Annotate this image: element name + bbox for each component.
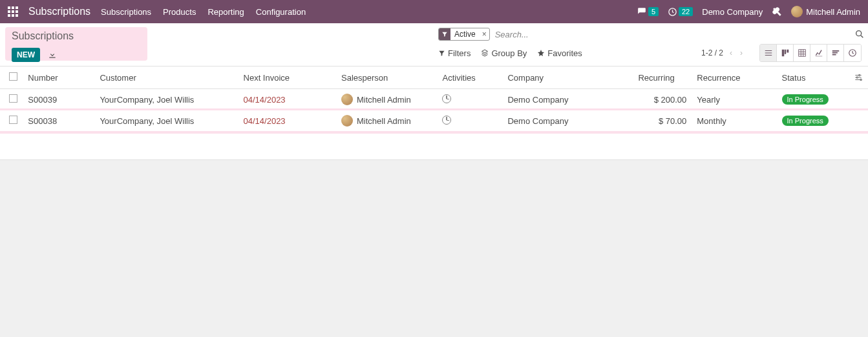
nav-products[interactable]: Products bbox=[163, 7, 196, 17]
pager: 1-2 / 2 ‹ › bbox=[701, 48, 744, 57]
sliders-icon bbox=[854, 73, 863, 82]
view-graph-icon[interactable] bbox=[810, 45, 827, 61]
user-menu[interactable]: Mitchell Admin bbox=[791, 6, 860, 17]
pager-next[interactable]: › bbox=[739, 48, 744, 57]
funnel-icon bbox=[439, 28, 450, 40]
select-all-checkbox[interactable] bbox=[9, 72, 17, 81]
nav-items: Subscriptions Products Reporting Configu… bbox=[101, 7, 306, 17]
col-number[interactable]: Number bbox=[23, 66, 94, 89]
cell-customer: YourCompany, Joel Willis bbox=[94, 89, 238, 110]
download-icon[interactable] bbox=[48, 50, 57, 59]
tools-button[interactable] bbox=[772, 6, 782, 17]
star-icon bbox=[537, 49, 545, 57]
nav-reporting[interactable]: Reporting bbox=[207, 7, 244, 17]
nav-subscriptions[interactable]: Subscriptions bbox=[101, 7, 151, 17]
group-by-label: Group By bbox=[491, 48, 527, 58]
user-name: Mitchell Admin bbox=[806, 7, 860, 17]
top-nav: Subscriptions Subscriptions Products Rep… bbox=[0, 0, 868, 23]
cell-company: Demo Company bbox=[502, 89, 633, 110]
status-badge: In Progress bbox=[782, 94, 829, 105]
filter-chip-label: Active bbox=[450, 30, 480, 39]
top-nav-right: 5 22 Demo Company Mitchell Admin bbox=[637, 6, 860, 17]
col-salesperson[interactable]: Salesperson bbox=[336, 66, 438, 89]
new-button[interactable]: NEW bbox=[12, 48, 40, 62]
favorites-label: Favorites bbox=[547, 48, 582, 58]
layers-icon bbox=[481, 49, 489, 57]
pager-text: 1-2 / 2 bbox=[701, 48, 723, 57]
cell-number: S00039 bbox=[23, 89, 94, 110]
app-brand[interactable]: Subscriptions bbox=[28, 6, 90, 17]
messages-badge: 5 bbox=[648, 7, 659, 16]
cell-recurrence: Monthly bbox=[692, 110, 776, 132]
col-customer[interactable]: Customer bbox=[94, 66, 238, 89]
cell-salesperson: Mitchell Admin bbox=[336, 110, 438, 132]
cell-recurrence: Yearly bbox=[692, 89, 776, 110]
subscriptions-table: Number Customer Next Invoice Salesperson… bbox=[0, 66, 868, 132]
salesperson-name: Mitchell Admin bbox=[357, 116, 411, 126]
col-recurrence[interactable]: Recurrence bbox=[692, 66, 776, 89]
view-pivot-icon[interactable] bbox=[794, 45, 810, 61]
chat-icon bbox=[637, 7, 647, 16]
control-panel: Subscriptions Active × NEW bbox=[0, 23, 868, 66]
avatar-icon bbox=[791, 6, 803, 17]
col-status[interactable]: Status bbox=[777, 66, 849, 89]
empty-footer bbox=[0, 132, 868, 160]
activities-badge: 22 bbox=[679, 7, 693, 16]
apps-grid-icon[interactable] bbox=[8, 6, 18, 17]
cell-next-invoice: 04/14/2023 bbox=[238, 110, 336, 132]
svg-point-4 bbox=[858, 74, 860, 76]
cell-recurring: $ 200.00 bbox=[633, 89, 692, 110]
filter-chip-active[interactable]: Active × bbox=[438, 28, 490, 41]
row-checkbox[interactable] bbox=[9, 116, 17, 124]
col-company[interactable]: Company bbox=[502, 66, 633, 89]
svg-point-5 bbox=[856, 77, 858, 78]
wrench-icon bbox=[772, 6, 782, 17]
nav-configuration[interactable]: Configuration bbox=[256, 7, 306, 17]
table-row[interactable]: S00039 YourCompany, Joel Willis 04/14/20… bbox=[0, 89, 868, 110]
search-icon[interactable] bbox=[854, 29, 865, 39]
cell-status: In Progress bbox=[777, 89, 849, 110]
table-header-row: Number Customer Next Invoice Salesperson… bbox=[0, 66, 868, 89]
messages-button[interactable]: 5 bbox=[637, 7, 659, 16]
view-list-icon[interactable] bbox=[760, 45, 777, 61]
avatar-icon bbox=[341, 115, 353, 127]
status-badge: In Progress bbox=[782, 116, 829, 126]
filters-label: Filters bbox=[448, 48, 471, 58]
view-switcher bbox=[759, 44, 862, 62]
cell-activities[interactable] bbox=[437, 89, 502, 110]
activities-button[interactable]: 22 bbox=[668, 7, 693, 17]
clock-icon bbox=[442, 116, 451, 125]
cell-customer: YourCompany, Joel Willis bbox=[94, 110, 238, 132]
clock-icon bbox=[442, 94, 451, 103]
svg-point-6 bbox=[860, 79, 862, 80]
search-container: Active × bbox=[438, 28, 865, 41]
filter-chip-remove[interactable]: × bbox=[480, 30, 489, 39]
cell-activities[interactable] bbox=[437, 110, 502, 132]
table-row[interactable]: S00038 YourCompany, Joel Willis 04/14/20… bbox=[0, 110, 868, 132]
favorites-button[interactable]: Favorites bbox=[537, 48, 582, 58]
col-recurring[interactable]: Recurring bbox=[633, 66, 692, 89]
cell-recurring: $ 70.00 bbox=[633, 110, 692, 132]
salesperson-name: Mitchell Admin bbox=[357, 95, 411, 105]
svg-rect-2 bbox=[798, 50, 805, 57]
avatar-icon bbox=[341, 94, 353, 105]
cell-salesperson: Mitchell Admin bbox=[336, 89, 438, 110]
cell-status: In Progress bbox=[777, 110, 849, 132]
cell-next-invoice: 04/14/2023 bbox=[238, 89, 336, 110]
col-next-invoice[interactable]: Next Invoice bbox=[238, 66, 336, 89]
col-options[interactable] bbox=[849, 66, 868, 89]
funnel-icon bbox=[438, 50, 445, 57]
view-kanban-icon[interactable] bbox=[777, 45, 794, 61]
col-activities[interactable]: Activities bbox=[437, 66, 502, 89]
view-cohort-icon[interactable] bbox=[827, 45, 844, 61]
search-input[interactable] bbox=[495, 30, 854, 39]
company-selector[interactable]: Demo Company bbox=[702, 7, 763, 17]
row-checkbox[interactable] bbox=[9, 94, 17, 103]
group-by-button[interactable]: Group By bbox=[481, 48, 527, 58]
view-activity-icon[interactable] bbox=[844, 45, 861, 61]
filters-button[interactable]: Filters bbox=[438, 48, 471, 58]
clock-icon bbox=[668, 7, 677, 17]
cell-number: S00038 bbox=[23, 110, 94, 132]
top-nav-left: Subscriptions Subscriptions Products Rep… bbox=[8, 6, 306, 17]
pager-prev[interactable]: ‹ bbox=[728, 48, 734, 57]
